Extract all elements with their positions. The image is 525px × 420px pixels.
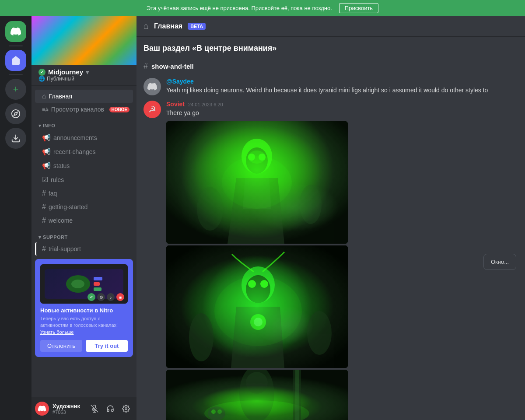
- nitro-description: Теперь у вас есть доступ к активностям в…: [40, 315, 128, 336]
- svg-point-9: [246, 147, 268, 174]
- top-bar-message: Эта учётная запись ещё не присвоена. При…: [147, 5, 332, 11]
- message-content-soviet: Soviet 24.01.2023 6:20 There ya go: [166, 101, 518, 420]
- server-header[interactable]: ✓ Midjourney ▾ 🌐 Публичный: [32, 65, 136, 86]
- user-tag: #7063: [52, 410, 84, 415]
- section-channel-name: show-and-tell: [151, 63, 194, 70]
- message-group-soviet: ☭ Soviet 24.01.2023 6:20 There ya go: [144, 101, 518, 420]
- channel-header-name: Главная: [154, 22, 182, 30]
- explore-button[interactable]: [5, 103, 26, 124]
- channel-header: ⌂ Главная BETA: [136, 16, 525, 37]
- server-banner-image: [32, 16, 136, 65]
- server-banner: [32, 16, 136, 65]
- svg-rect-18: [166, 245, 348, 368]
- nitro-actions: Отклонить Try it out: [40, 340, 128, 352]
- svg-rect-38: [293, 370, 301, 420]
- channel-item-getting-started[interactable]: # getting-started: [35, 200, 133, 214]
- hash-icon-faq: #: [42, 189, 46, 197]
- mute-button[interactable]: [88, 402, 102, 416]
- svg-rect-31: [166, 370, 348, 420]
- warhammer-image-1[interactable]: [166, 121, 348, 244]
- channel-item-faq[interactable]: # faq: [35, 187, 133, 200]
- settings-button[interactable]: [119, 402, 133, 416]
- svg-point-14: [197, 187, 223, 231]
- category-info: ▾ INFO: [32, 116, 136, 130]
- channel-item-welcome[interactable]: # welcome: [35, 214, 133, 227]
- message-group-saydee: @Saydee Yeah mj likes doing neurons. Wei…: [144, 78, 518, 95]
- announce-icon-3: 📢: [42, 161, 51, 170]
- svg-point-36: [211, 410, 216, 414]
- channel-item-trial-support[interactable]: # trial-support: [35, 242, 133, 256]
- downloads-button[interactable]: [5, 128, 26, 149]
- user-bar: Художник #7063: [32, 397, 136, 420]
- plus-icon: +: [13, 84, 19, 95]
- new-badge: НОВОЕ: [109, 107, 130, 112]
- add-server-button[interactable]: +: [5, 79, 26, 100]
- message-timestamp-soviet: 24.01.2023 6:20: [188, 102, 223, 107]
- channel-item-announcements[interactable]: 📢 announcements: [35, 131, 133, 144]
- home-channel-icon: ⌂: [144, 21, 149, 31]
- channel-item-rules[interactable]: ☑ rules: [35, 173, 133, 186]
- messages-area: Ваш раздел «В центре внимания» # show-an…: [136, 37, 525, 420]
- svg-point-33: [239, 370, 274, 420]
- message-text-saydee: Yeah mj likes doing neurons. Weird tho b…: [166, 86, 518, 95]
- home-icon: ⌂: [42, 92, 46, 100]
- hash-icon-trial: #: [42, 245, 46, 253]
- chevron-down-icon: ▾: [86, 69, 89, 76]
- discord-logo-button[interactable]: [5, 21, 26, 42]
- top-notification-bar: Эта учётная запись ещё не присвоена. При…: [0, 0, 525, 16]
- svg-point-23: [260, 280, 268, 288]
- icon-sidebar: +: [0, 16, 32, 420]
- announce-icon: 📢: [42, 133, 51, 142]
- svg-marker-13: [243, 178, 271, 209]
- channel-item-recent-changes[interactable]: 📢 recent-changes: [35, 145, 133, 158]
- svg-point-37: [217, 410, 222, 414]
- message-header-saydee: @Saydee: [166, 78, 518, 85]
- channel-sidebar: ✓ Midjourney ▾ 🌐 Публичный ⌂ Главная ≡# …: [32, 16, 136, 420]
- svg-point-34: [204, 400, 309, 420]
- user-info: Художник #7063: [52, 403, 84, 415]
- svg-point-0: [12, 110, 20, 118]
- svg-marker-24: [231, 307, 284, 368]
- svg-point-10: [248, 154, 255, 161]
- svg-rect-7: [166, 121, 348, 244]
- svg-rect-39: [295, 370, 299, 420]
- svg-rect-6: [166, 121, 348, 244]
- message-content-saydee: @Saydee Yeah mj likes doing neurons. Wei…: [166, 78, 518, 95]
- channel-list: ⌂ Главная ≡# Просмотр каналов НОВОЕ ▾ IN…: [32, 86, 136, 397]
- svg-point-5: [125, 408, 127, 410]
- svg-point-22: [248, 280, 256, 288]
- sidebar-divider-2: [9, 74, 23, 75]
- svg-rect-30: [166, 370, 348, 420]
- nitro-try-button[interactable]: Try it out: [86, 340, 128, 352]
- message-avatar-soviet: ☭: [144, 101, 161, 118]
- nitro-title: Новые активности в Nitro: [40, 307, 128, 314]
- nitro-dismiss-button[interactable]: Отклонить: [40, 340, 82, 352]
- beta-badge: BETA: [188, 23, 206, 30]
- browse-icon: ≡#: [42, 106, 49, 113]
- svg-point-32: [246, 372, 268, 394]
- hash-icon-gs: #: [42, 203, 46, 211]
- nitro-promo-card: ⚙ ♪ ■ Новые активности в Nitro Теперь у …: [35, 259, 133, 357]
- svg-point-29: [214, 276, 302, 346]
- midjourney-server-icon[interactable]: [5, 50, 26, 71]
- message-author-saydee: @Saydee: [166, 78, 194, 85]
- channel-item-status[interactable]: 📢 status: [35, 159, 133, 172]
- warhammer-image-2[interactable]: [166, 245, 348, 368]
- svg-point-21: [246, 275, 270, 303]
- rules-icon: ☑: [42, 175, 48, 184]
- message-header-soviet: Soviet 24.01.2023 6:20: [166, 101, 518, 108]
- username: Художник: [52, 403, 84, 410]
- hash-icon-welcome: #: [42, 217, 46, 224]
- svg-point-11: [259, 154, 266, 161]
- svg-rect-19: [166, 245, 348, 368]
- headphones-button[interactable]: [103, 402, 117, 416]
- channel-item-home[interactable]: ⌂ Главная: [35, 90, 133, 103]
- nitro-learn-more-link[interactable]: Узнать больше: [40, 329, 74, 335]
- category-support: ▾ SUPPORT: [32, 228, 136, 242]
- confirm-dialog: Окно...: [483, 254, 516, 270]
- claim-account-button[interactable]: Присвоить: [339, 3, 378, 13]
- svg-point-25: [250, 314, 266, 330]
- warhammer-image-3[interactable]: [166, 370, 348, 420]
- svg-point-15: [300, 185, 322, 224]
- channel-item-browse[interactable]: ≡# Просмотр каналов НОВОЕ: [35, 103, 133, 116]
